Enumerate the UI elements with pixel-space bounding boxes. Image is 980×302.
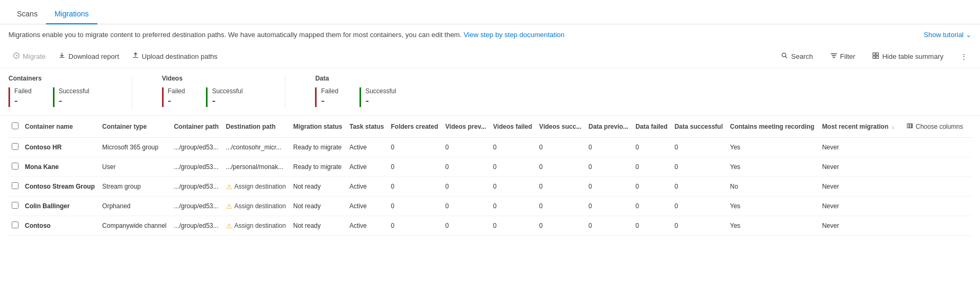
row-checkbox[interactable] (12, 182, 19, 189)
th-container-name[interactable]: Container name (22, 116, 99, 138)
td-data-failed: 0 (632, 157, 671, 177)
td-contains-meeting-recording: No (727, 177, 819, 197)
tab-migrations[interactable]: Migrations (46, 4, 97, 24)
row-checkbox[interactable] (12, 143, 19, 150)
td-videos-prev: 0 (442, 216, 490, 236)
td-folders-created: 0 (388, 138, 442, 157)
migrations-table: Container name Container type Container … (8, 116, 972, 236)
td-data-previo: 0 (586, 197, 633, 216)
th-container-type[interactable]: Container type (99, 116, 170, 138)
td-videos-succ: 0 (536, 177, 585, 197)
choose-columns-button[interactable]: Choose columns (902, 120, 967, 133)
table-header-row: Container name Container type Container … (8, 116, 972, 138)
migrate-button[interactable]: Migrate (8, 49, 50, 64)
summary-group-data: Data Failed - Successful - (315, 75, 409, 109)
td-checkbox[interactable] (8, 197, 22, 216)
tab-scans[interactable]: Scans (8, 4, 46, 24)
table-row[interactable]: Contoso HR Microsoft 365 group .../group… (8, 138, 972, 157)
more-options-button[interactable]: ⋮ (956, 50, 972, 63)
table-row[interactable]: Contoso Companywide channel .../group/ed… (8, 216, 972, 236)
info-text: Migrations enable you to migrate content… (8, 31, 564, 39)
td-container-type: User (99, 157, 170, 177)
download-report-button[interactable]: Download report (54, 49, 123, 64)
td-migration-status: Not ready (290, 216, 346, 236)
th-choose-columns[interactable]: Choose columns (899, 116, 972, 138)
hide-table-summary-button[interactable]: Hide table summary (868, 49, 948, 64)
upload-icon (132, 52, 139, 61)
td-destination-path: ⚠Assign destination (223, 177, 290, 197)
svg-rect-6 (907, 123, 909, 128)
td-checkbox[interactable] (8, 216, 22, 236)
td-videos-failed: 0 (490, 216, 536, 236)
td-data-successful: 0 (671, 157, 727, 177)
filter-button[interactable]: Filter (826, 49, 860, 64)
td-folders-created: 0 (388, 216, 442, 236)
td-migration-status: Ready to migrate (290, 138, 346, 157)
svg-rect-3 (876, 53, 878, 55)
table-row[interactable]: Colin Ballinger Orphaned .../group/ed53.… (8, 197, 972, 216)
search-button[interactable]: Search (777, 49, 817, 64)
th-migration-status[interactable]: Migration status (290, 116, 346, 138)
download-icon (58, 52, 66, 61)
td-data-failed: 0 (632, 138, 671, 157)
td-destination-path: ⚠Assign destination (223, 216, 290, 236)
td-container-name: Contoso HR (22, 138, 99, 157)
table-row[interactable]: Mona Kane User .../group/ed53... .../per… (8, 157, 972, 177)
th-most-recent-migration[interactable]: Most recent migration ↓ (819, 116, 899, 138)
warning-icon: ⚠ (226, 183, 232, 191)
td-contains-meeting-recording: Yes (727, 157, 819, 177)
th-contains-meeting-recording[interactable]: Contains meeting recording (727, 116, 819, 138)
upload-dest-paths-button[interactable]: Upload destination paths (128, 49, 222, 64)
th-videos-succ[interactable]: Videos succ... (536, 116, 585, 138)
show-tutorial-button[interactable]: Show tutorial ⌄ (924, 31, 972, 39)
td-checkbox[interactable] (8, 157, 22, 177)
warning-icon: ⚠ (226, 202, 232, 210)
td-most-recent-migration: Never (819, 138, 899, 157)
td-choose-columns-spacer (899, 157, 972, 177)
th-data-failed[interactable]: Data failed (632, 116, 671, 138)
select-all-checkbox[interactable] (12, 122, 19, 129)
summary-card-containers-failed: Failed - (8, 85, 44, 109)
row-checkbox[interactable] (12, 163, 19, 170)
td-container-name: Mona Kane (22, 157, 99, 177)
row-checkbox[interactable] (12, 221, 19, 228)
th-task-status[interactable]: Task status (346, 116, 388, 138)
migrate-icon (13, 52, 20, 61)
td-checkbox[interactable] (8, 177, 22, 197)
th-videos-prev[interactable]: Videos prev... (442, 116, 490, 138)
table-body: Contoso HR Microsoft 365 group .../group… (8, 138, 972, 236)
td-folders-created: 0 (388, 197, 442, 216)
th-checkbox[interactable] (8, 116, 22, 138)
td-data-previo: 0 (586, 216, 633, 236)
th-folders-created[interactable]: Folders created (388, 116, 442, 138)
td-data-previo: 0 (586, 177, 633, 197)
step-by-step-link[interactable]: View step by step documentation (464, 31, 565, 39)
td-most-recent-migration: Never (819, 216, 899, 236)
td-data-failed: 0 (632, 197, 671, 216)
th-data-previo[interactable]: Data previo... (586, 116, 633, 138)
td-videos-failed: 0 (490, 177, 536, 197)
td-contains-meeting-recording: Yes (727, 138, 819, 157)
td-videos-failed: 0 (490, 157, 536, 177)
td-migration-status: Not ready (290, 197, 346, 216)
summary-group-videos-title: Videos (162, 75, 256, 85)
td-container-path: .../group/ed53... (170, 138, 222, 157)
th-container-path[interactable]: Container path (170, 116, 222, 138)
summary-card-containers-successful: Successful - (53, 85, 102, 109)
td-task-status: Active (346, 157, 388, 177)
th-destination-path[interactable]: Destination path (223, 116, 290, 138)
td-container-name: Colin Ballinger (22, 197, 99, 216)
summary-divider-1 (132, 76, 132, 108)
td-folders-created: 0 (388, 177, 442, 197)
td-migration-status: Not ready (290, 177, 346, 197)
summary-card-data-failed: Failed - (315, 85, 351, 109)
svg-rect-7 (909, 123, 911, 128)
td-task-status: Active (346, 138, 388, 157)
th-videos-failed[interactable]: Videos failed (490, 116, 536, 138)
td-videos-prev: 0 (442, 157, 490, 177)
row-checkbox[interactable] (12, 202, 19, 209)
td-data-previo: 0 (586, 157, 633, 177)
th-data-successful[interactable]: Data successful (671, 116, 727, 138)
table-row[interactable]: Contoso Stream Group Stream group .../gr… (8, 177, 972, 197)
td-checkbox[interactable] (8, 138, 22, 157)
